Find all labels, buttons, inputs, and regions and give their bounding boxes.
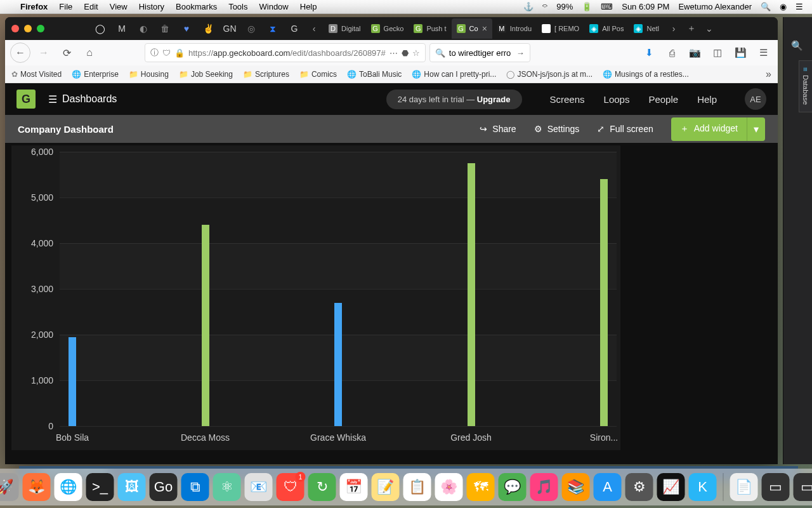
- shield-icon[interactable]: 🛡: [162, 48, 171, 58]
- bookmark-item[interactable]: ✿Most Visited: [11, 70, 62, 79]
- dock-app[interactable]: 💬: [499, 473, 527, 501]
- dock-app[interactable]: ⚛: [213, 473, 241, 501]
- dock-app[interactable]: 📚: [562, 473, 590, 501]
- search-input[interactable]: [449, 48, 513, 58]
- dock-app[interactable]: 📄: [730, 473, 758, 501]
- browser-tab[interactable]: MIntrodu: [492, 18, 537, 39]
- bookmark-item[interactable]: 🌐ToBali Music: [347, 70, 402, 79]
- chart-bar[interactable]: [202, 225, 209, 426]
- settings-button[interactable]: ⚙Settings: [534, 124, 580, 134]
- add-widget-caret[interactable]: ▾: [747, 117, 765, 141]
- tab-list-button[interactable]: ⌄: [701, 23, 717, 34]
- browser-tab[interactable]: ◈All Pos: [584, 18, 629, 39]
- url-bar[interactable]: ⓘ 🛡 🔒 https://app.geckoboard.com/edit/da…: [145, 43, 426, 62]
- pinned-tab-gmail[interactable]: M: [112, 19, 132, 38]
- window-zoom-button[interactable]: [37, 25, 44, 32]
- browser-tab[interactable]: GPush t: [409, 18, 451, 39]
- browser-tab[interactable]: ◈Netl: [629, 18, 664, 39]
- pinned-tab[interactable]: 🗑: [155, 19, 175, 38]
- pocket-icon[interactable]: ⬣: [402, 48, 409, 58]
- fullscreen-button[interactable]: ⤢Full screen: [597, 124, 653, 134]
- dock-app[interactable]: 🌸: [435, 473, 463, 501]
- screenshot-icon[interactable]: 📷: [685, 43, 704, 62]
- chart-bar[interactable]: [468, 163, 475, 426]
- bookmark-star-icon[interactable]: ☆: [412, 48, 420, 58]
- dock-app[interactable]: ⧉: [181, 473, 209, 501]
- close-icon[interactable]: ×: [482, 23, 487, 34]
- dock-app[interactable]: ↻: [308, 473, 336, 501]
- pinned-tab-github[interactable]: ◯: [90, 19, 110, 38]
- firefox-menu-icon[interactable]: ☰: [754, 43, 773, 62]
- dock-app[interactable]: ⚙: [625, 473, 653, 501]
- pinned-tab[interactable]: ◎: [241, 19, 261, 38]
- info-icon[interactable]: ⓘ: [150, 47, 159, 58]
- back-button[interactable]: ←: [10, 43, 30, 63]
- nav-loops[interactable]: Loops: [604, 94, 630, 105]
- menu-tools[interactable]: Tools: [228, 2, 247, 11]
- wifi-icon[interactable]: ⌔: [542, 2, 547, 11]
- new-tab-button[interactable]: ＋: [683, 23, 700, 34]
- bookmark-folder[interactable]: 📁Scriptures: [243, 70, 289, 79]
- browser-tab[interactable]: GCo×: [452, 18, 492, 39]
- dock-app[interactable]: A: [594, 473, 622, 501]
- reload-button[interactable]: ⟳: [57, 43, 76, 62]
- share-button[interactable]: ↪Share: [480, 124, 516, 134]
- keyboard-icon[interactable]: ⌨: [601, 2, 613, 11]
- search-bar[interactable]: 🔍 →: [429, 43, 530, 62]
- bookmarks-overflow[interactable]: »: [766, 69, 771, 80]
- nav-people[interactable]: People: [648, 94, 678, 105]
- dock-app[interactable]: 🦊: [23, 473, 51, 501]
- browser-tab[interactable]: ◆[ REMO: [537, 18, 584, 39]
- page-action-icon[interactable]: ⋯: [390, 48, 398, 58]
- bookmark-folder[interactable]: 📁Job Seeking: [179, 70, 233, 79]
- pinned-tab[interactable]: ◐: [133, 19, 154, 38]
- menu-file[interactable]: File: [59, 2, 72, 11]
- dock-app[interactable]: 📝: [372, 473, 400, 501]
- user-avatar[interactable]: AE: [745, 88, 766, 110]
- dock-app[interactable]: 📅: [340, 473, 368, 501]
- dock-app[interactable]: 📈: [657, 473, 685, 501]
- bar-chart-widget[interactable]: 01,0002,0003,0004,0005,0006,000Bob SilaD…: [11, 145, 620, 450]
- nav-screens[interactable]: Screens: [550, 94, 585, 105]
- dock-app[interactable]: 🚀: [0, 473, 19, 501]
- pinned-tab[interactable]: ✌: [198, 19, 218, 38]
- siri-icon[interactable]: ◉: [780, 2, 787, 11]
- bookmark-item[interactable]: 🌐How can I pretty-pri...: [412, 70, 496, 79]
- browser-tab[interactable]: DDigital: [324, 18, 366, 39]
- add-widget-button[interactable]: ＋Add widget ▾: [671, 117, 765, 141]
- window-minimize-button[interactable]: [24, 25, 32, 32]
- battery-icon[interactable]: 🔋: [582, 2, 592, 11]
- menu-help[interactable]: Help: [300, 2, 317, 11]
- browser-tab[interactable]: GGecko: [366, 18, 409, 39]
- menu-history[interactable]: History: [139, 2, 164, 11]
- bookmark-item[interactable]: ◯JSON-js/json.js at m...: [506, 70, 593, 79]
- bookmark-item[interactable]: 🌐Musings of a restles...: [603, 70, 689, 79]
- sidebar-icon[interactable]: ◫: [708, 43, 727, 62]
- pinned-tab[interactable]: ⧗: [263, 19, 283, 38]
- dock-app[interactable]: 📋: [403, 473, 431, 501]
- search-icon[interactable]: 🔍: [791, 40, 803, 51]
- menubar-user[interactable]: Ewetumo Alexander: [678, 2, 752, 11]
- downloads-icon[interactable]: ⬇: [639, 43, 658, 62]
- notification-center-icon[interactable]: ☰: [796, 2, 803, 11]
- chart-bar[interactable]: [69, 337, 76, 426]
- menu-bookmarks[interactable]: Bookmarks: [176, 2, 217, 11]
- bookmark-folder[interactable]: 📁Comics: [299, 70, 337, 79]
- dashboard-canvas[interactable]: 01,0002,0003,0004,0005,0006,000Bob SilaD…: [5, 143, 778, 464]
- tab-scroll-left[interactable]: ‹: [306, 23, 322, 34]
- pinned-tab[interactable]: ♥: [176, 19, 197, 38]
- chart-bar[interactable]: [334, 303, 342, 426]
- home-button[interactable]: ⌂: [80, 43, 99, 62]
- dock-app[interactable]: ▭: [762, 473, 790, 501]
- bookmark-item[interactable]: 🌐Enterprise: [72, 70, 119, 79]
- menu-edit[interactable]: Edit: [84, 2, 98, 11]
- forward-button[interactable]: →: [34, 43, 53, 62]
- menubar-app-name[interactable]: Firefox: [20, 2, 48, 11]
- pinned-tab[interactable]: GN: [219, 19, 240, 38]
- pinned-tab-geckoboard[interactable]: G: [284, 19, 304, 38]
- chart-bar[interactable]: [600, 179, 608, 426]
- trial-banner[interactable]: 24 days left in trial — Upgrade: [386, 90, 522, 109]
- dock-app[interactable]: 🌐: [55, 473, 82, 501]
- window-close-button[interactable]: [11, 25, 19, 32]
- gb-logo[interactable]: G: [16, 90, 36, 109]
